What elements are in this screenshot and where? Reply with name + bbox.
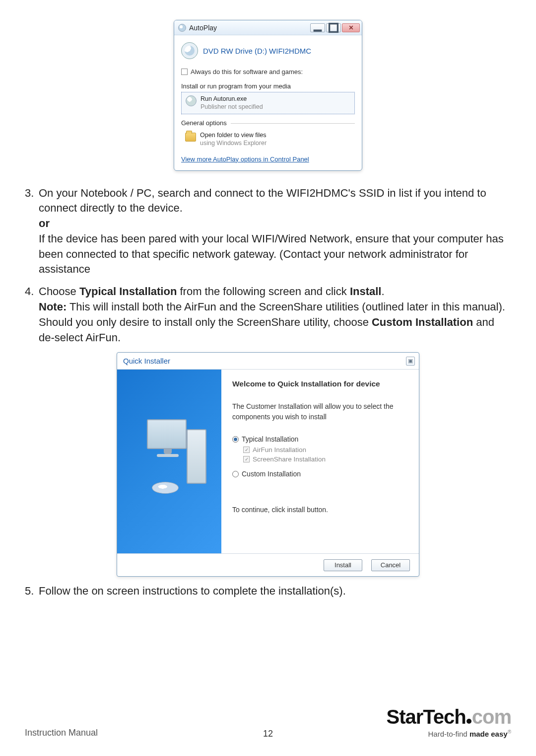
cd-icon xyxy=(152,482,179,494)
step-5-text: Follow the on screen instructions to com… xyxy=(39,584,511,599)
window-menu-icon[interactable]: ▣ xyxy=(406,357,415,366)
step-number: 5. xyxy=(25,584,39,599)
step-number: 3. xyxy=(25,186,39,278)
general-group-title: General options xyxy=(181,119,355,127)
more-options-link[interactable]: View more AutoPlay options in Control Pa… xyxy=(181,155,309,163)
pc-tower-icon xyxy=(187,429,206,484)
install-button[interactable]: Install xyxy=(324,559,362,571)
run-autorun-option[interactable]: Run Autorun.exe Publisher not specified xyxy=(181,92,355,114)
autoplay-titlebar: AutoPlay xyxy=(174,20,362,35)
footer-left: Instruction Manual xyxy=(25,728,98,738)
logo-dot-icon xyxy=(467,719,471,724)
install-group-title: Install or run program from your media xyxy=(181,82,355,90)
installer-welcome: Welcome to Quick Installation for device xyxy=(232,379,408,388)
autoplay-dialog: AutoPlay DVD RW Drive (D:) WIFI2HDMC Alw… xyxy=(174,20,362,171)
checkbox-icon: ✓ xyxy=(243,447,250,453)
always-checkbox[interactable] xyxy=(181,69,188,75)
checkbox-icon: ✓ xyxy=(243,456,250,462)
radio-icon xyxy=(232,471,239,477)
startech-logo: StarTechcom Hard-to-find made easy® xyxy=(387,706,511,738)
open-folder-label: Open folder to view files xyxy=(200,132,267,140)
open-folder-option[interactable]: Open folder to view files using Windows … xyxy=(181,130,355,149)
svg-rect-1 xyxy=(330,23,338,32)
installer-title: Quick Installer xyxy=(123,357,406,365)
open-folder-sub: using Windows Explorer xyxy=(200,140,267,148)
screenshare-checkbox-row: ✓ ScreenShare Installation xyxy=(243,455,408,463)
run-autorun-label: Run Autorun.exe xyxy=(201,95,263,103)
monitor-icon xyxy=(147,419,187,449)
folder-icon xyxy=(185,133,196,142)
dvd-drive-icon xyxy=(181,42,198,59)
airfun-checkbox-row: ✓ AirFun Installation xyxy=(243,446,408,454)
installer-sidebar-art xyxy=(117,370,221,553)
step-3-text: On your Notebook / PC, search and connec… xyxy=(39,186,511,278)
drive-row: DVD RW Drive (D:) WIFI2HDMC xyxy=(181,40,355,68)
disc-icon xyxy=(178,24,186,32)
step-4-text: Choose Typical Installation from the fol… xyxy=(39,284,511,345)
autoplay-title: AutoPlay xyxy=(189,24,310,32)
drive-label: DVD RW Drive (D:) WIFI2HDMC xyxy=(203,47,311,55)
custom-installation-radio[interactable]: Custom Installation xyxy=(232,470,408,478)
disc-icon xyxy=(186,95,197,106)
installer-continue-text: To continue, click install button. xyxy=(232,506,408,514)
installer-description: The Customer Installation will allow you… xyxy=(232,401,408,422)
minimize-button[interactable] xyxy=(310,23,325,32)
maximize-button[interactable] xyxy=(326,23,341,32)
quick-installer-dialog: Quick Installer ▣ Welcome to Quick Insta… xyxy=(117,352,419,577)
close-button[interactable] xyxy=(342,23,360,32)
step-number: 4. xyxy=(25,284,39,345)
always-label: Always do this for software and games: xyxy=(191,68,303,76)
typical-installation-radio[interactable]: Typical Installation xyxy=(232,435,408,443)
radio-icon xyxy=(232,436,239,443)
run-autorun-sub: Publisher not specified xyxy=(201,103,263,111)
cancel-button[interactable]: Cancel xyxy=(371,559,410,571)
